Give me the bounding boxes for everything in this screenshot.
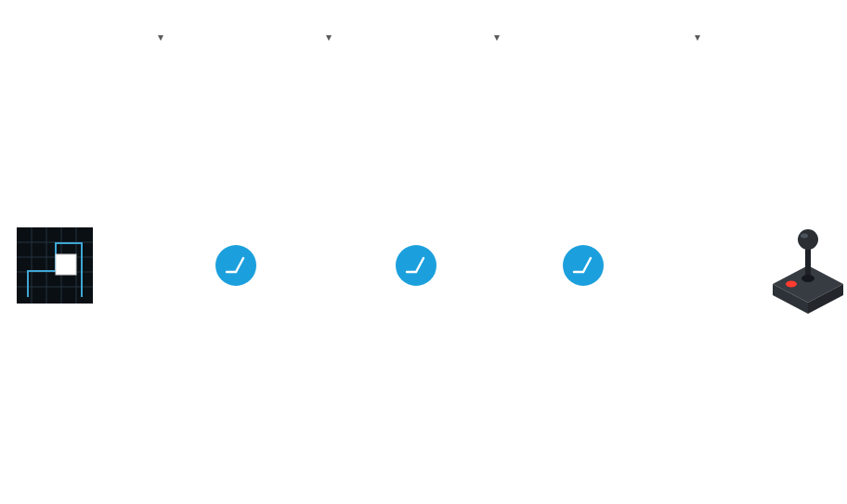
relu-icon (396, 245, 437, 286)
relu-icons (215, 245, 604, 286)
dqn-architecture-diagram (0, 0, 847, 504)
svg-point-16 (786, 281, 797, 288)
svg-point-19 (798, 229, 818, 250)
triangle-icon (494, 35, 500, 41)
svg-point-18 (801, 275, 814, 282)
triangle-icon (158, 35, 163, 41)
svg-point-11 (396, 245, 437, 286)
triangle-icon (326, 35, 332, 41)
svg-point-20 (801, 234, 808, 239)
svg-rect-9 (56, 254, 76, 275)
svg-point-10 (215, 245, 256, 286)
headers (158, 35, 700, 41)
joystick-icon (773, 229, 843, 314)
relu-icon (563, 245, 604, 286)
relu-icon (215, 245, 256, 286)
svg-point-12 (563, 245, 604, 286)
input-game-frame (17, 227, 93, 304)
triangle-icon (695, 35, 700, 41)
